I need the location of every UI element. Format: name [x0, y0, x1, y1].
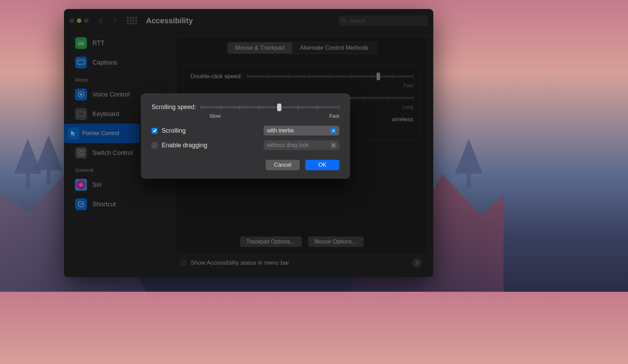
- svg-rect-5: [467, 172, 471, 188]
- select-value: without drag lock: [267, 142, 309, 148]
- svg-marker-2: [35, 135, 63, 170]
- scrolling-label: Scrolling: [162, 127, 186, 134]
- select-value: with inertia: [267, 127, 293, 134]
- dragging-mode-select: without drag lock: [264, 140, 339, 150]
- scrolling-mode-select[interactable]: with inertia: [264, 126, 339, 135]
- slow-label: Slow: [209, 113, 221, 119]
- scrolling-speed-label: Scrolling speed:: [152, 104, 196, 111]
- scrolling-checkbox[interactable]: [152, 128, 158, 134]
- ok-button[interactable]: OK: [305, 160, 339, 170]
- scrolling-speed-slider[interactable]: [201, 106, 339, 108]
- scrolling-option-row: Scrolling with inertia: [152, 126, 339, 135]
- cancel-button[interactable]: Cancel: [266, 160, 300, 170]
- svg-rect-1: [26, 172, 30, 188]
- enable-dragging-checkbox[interactable]: [152, 142, 158, 148]
- enable-dragging-label: Enable dragging: [162, 142, 207, 149]
- trackpad-options-sheet: Scrolling speed: Slow Fast Scrolling wit…: [141, 94, 350, 179]
- svg-marker-4: [455, 139, 483, 174]
- chevron-updown-icon: [331, 128, 336, 133]
- fast-label: Fast: [329, 113, 339, 119]
- dragging-option-row: Enable dragging without drag lock: [152, 140, 339, 150]
- svg-rect-3: [47, 169, 51, 184]
- chevron-updown-icon: [331, 143, 336, 148]
